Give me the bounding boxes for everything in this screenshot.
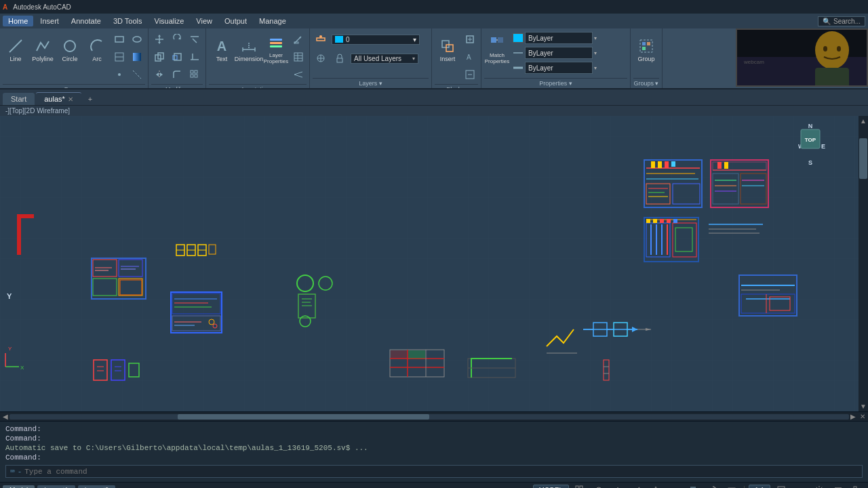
close-scrollbar-icon[interactable]: ✕ — [860, 413, 865, 420]
fullscreen-button[interactable] — [849, 484, 865, 489]
menu-insert[interactable]: Insert — [35, 16, 64, 26]
trim-button[interactable] — [186, 31, 203, 47]
tab-layout2[interactable]: Layout2 — [78, 485, 116, 488]
svg-rect-78 — [93, 279, 117, 296]
tab-aulas[interactable]: aulas* ✕ — [36, 92, 81, 105]
layer-properties-icon — [268, 35, 284, 52]
layer-properties-button[interactable]: Layer Properties — [263, 31, 289, 69]
layer-lock-button[interactable] — [332, 50, 348, 66]
insert-block-button[interactable]: Insert — [435, 31, 460, 69]
linetype-input[interactable] — [525, 47, 593, 59]
polar-button[interactable] — [629, 484, 645, 489]
menu-view[interactable]: View — [191, 16, 218, 26]
lineweight-arrow[interactable]: ▾ — [594, 65, 597, 71]
draw-arc-button[interactable]: Arc — [84, 31, 110, 69]
menu-manage[interactable]: Manage — [254, 16, 292, 26]
color-input[interactable] — [525, 32, 593, 44]
layer-controls-row: 0 ▾ — [313, 31, 420, 47]
lineweight-input[interactable] — [525, 62, 593, 74]
workspace-settings-button[interactable] — [811, 484, 827, 489]
group-button[interactable]: Group — [633, 31, 659, 69]
point-button[interactable] — [111, 66, 127, 83]
add-layout-button[interactable]: + — [118, 486, 130, 489]
copy-button[interactable] — [151, 49, 167, 65]
scale-button[interactable] — [169, 49, 185, 65]
tab-close-button[interactable]: ✕ — [68, 96, 73, 103]
canvas-area[interactable]: Y — [0, 116, 868, 411]
command-input-area[interactable]: ⌨ - — [5, 465, 863, 478]
svg-rect-68 — [815, 68, 849, 87]
ui-settings-button[interactable] — [830, 484, 846, 489]
command-input[interactable] — [24, 468, 858, 476]
lineweight-status-button[interactable] — [667, 484, 683, 489]
svg-rect-25 — [191, 75, 193, 77]
layer-dropdown[interactable]: 0 ▾ — [332, 35, 420, 45]
scroll-right-button[interactable]: ▶ — [850, 413, 856, 420]
menu-visualize[interactable]: Visualize — [149, 16, 190, 26]
model-indicator[interactable]: MODEL — [533, 485, 570, 488]
match-properties-button[interactable]: Match Properties — [484, 31, 510, 69]
menu-3dtools[interactable]: 3D Tools — [108, 16, 148, 26]
menu-bar: Home Insert Annotate 3D Tools Visualize … — [0, 14, 868, 28]
menu-home[interactable]: Home — [3, 16, 33, 26]
tab-layout1[interactable]: Layout1 — [37, 485, 75, 488]
tab-model[interactable]: Model — [3, 485, 35, 488]
cmd-prompt-icon: ⌨ — [10, 467, 15, 476]
block-editor-button[interactable] — [462, 66, 478, 83]
annotation-section-label: Annotation ▾ — [209, 84, 307, 89]
ortho-button[interactable] — [610, 484, 626, 489]
construction-button[interactable] — [129, 66, 145, 83]
hatch-button[interactable] — [111, 49, 127, 65]
dimension-button[interactable]: Dimension — [236, 31, 262, 69]
draw-line-button[interactable]: Line — [3, 31, 28, 69]
table-button[interactable] — [290, 49, 307, 65]
svg-rect-179 — [129, 363, 139, 377]
attribute-button[interactable]: A — [462, 49, 478, 65]
transparency-button[interactable] — [686, 484, 702, 489]
snap-button[interactable] — [591, 484, 607, 489]
gradient-button[interactable] — [129, 49, 145, 65]
layer-freeze-button[interactable] — [313, 50, 329, 66]
scroll-down-button[interactable]: ▼ — [860, 403, 867, 410]
vertical-scrollbar[interactable]: ▲ ▼ — [859, 116, 868, 411]
annotation-scale-button[interactable]: Aa — [792, 484, 808, 489]
array-button[interactable] — [186, 66, 203, 83]
status-separator — [744, 486, 745, 489]
leader-button[interactable] — [290, 31, 307, 47]
multileader-button[interactable] — [290, 66, 307, 83]
search-box[interactable]: 🔍 Search... — [818, 16, 865, 26]
h-scrollbar-track[interactable] — [9, 414, 849, 420]
layer-state-button[interactable] — [313, 31, 329, 47]
grid-button[interactable] — [572, 484, 588, 489]
linetype-arrow[interactable]: ▾ — [594, 50, 597, 56]
create-block-button[interactable] — [462, 31, 478, 47]
scroll-left-button[interactable]: ◀ — [3, 413, 8, 420]
rectangle-button[interactable] — [111, 31, 127, 47]
horizontal-scrollbar[interactable]: ◀ ▶ ✕ — [0, 411, 868, 421]
rotate-button[interactable] — [169, 31, 185, 47]
menu-annotate[interactable]: Annotate — [66, 16, 106, 26]
scroll-up-button[interactable]: ▲ — [860, 117, 867, 125]
draw-circle-button[interactable]: Circle — [57, 31, 83, 69]
text-button[interactable]: A Text — [209, 31, 235, 69]
tab-start[interactable]: Start — [3, 93, 35, 105]
extend-button[interactable] — [186, 49, 203, 65]
move-button[interactable] — [151, 31, 167, 47]
zoom-level-display[interactable]: 1:1 — [749, 485, 770, 488]
osnap-button[interactable] — [648, 484, 664, 489]
plot-preview-button[interactable] — [773, 484, 789, 489]
mirror-button[interactable] — [151, 66, 167, 83]
menu-output[interactable]: Output — [219, 16, 252, 26]
ellipse-button[interactable] — [129, 31, 145, 47]
draw-polyline-button[interactable]: Polyline — [30, 31, 56, 69]
cad-viewport[interactable]: Y — [0, 116, 868, 411]
fillet-button[interactable] — [169, 66, 185, 83]
dynamic-input-button[interactable] — [724, 484, 740, 489]
svg-text:X: X — [20, 365, 24, 371]
scroll-thumb[interactable] — [859, 138, 867, 179]
svg-rect-191 — [801, 129, 820, 148]
color-arrow[interactable]: ▾ — [594, 35, 597, 41]
selection-cycle-button[interactable] — [705, 484, 721, 489]
new-tab-button[interactable]: + — [83, 93, 98, 105]
layer-filter-dropdown[interactable]: All Used Layers ▾ — [351, 54, 418, 64]
